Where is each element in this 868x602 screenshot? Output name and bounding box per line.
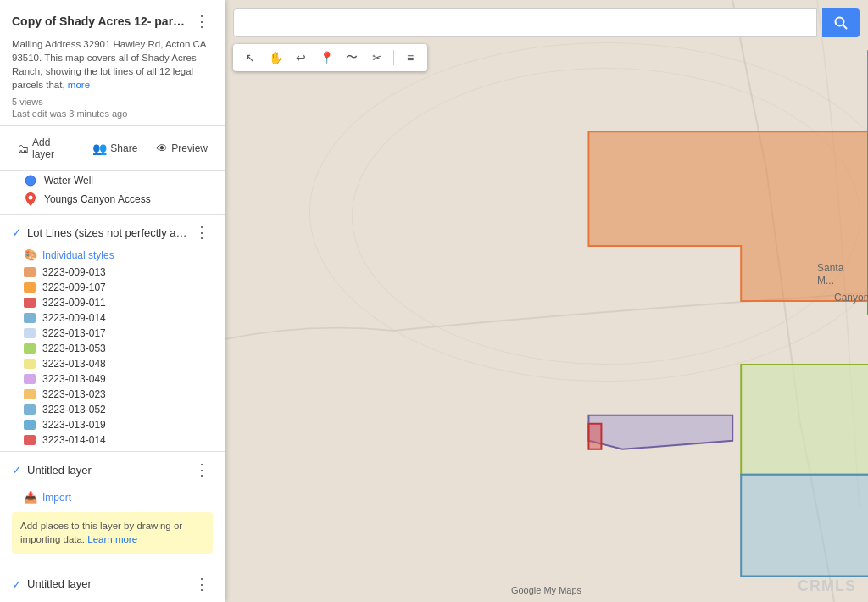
untitled-layer-2-section: ✓ Untitled layer ⋮: [0, 566, 225, 602]
untitled-layer-2-more-button[interactable]: ⋮: [191, 573, 213, 595]
water-well-icon: [24, 174, 37, 187]
cursor-tool-button[interactable]: ↖: [238, 47, 262, 69]
svg-text:Canyon: Canyon: [834, 292, 868, 304]
parcel-items: 3223-009-013 3223-009-107 3223-009-011 3…: [0, 265, 225, 451]
parcel-polygon: [741, 475, 868, 577]
water-well-label: Water Well: [44, 175, 93, 187]
line-tool-button[interactable]: 〜: [340, 47, 364, 69]
parcel-color-swatch: [24, 374, 36, 384]
map-toolbar: [233, 8, 860, 37]
list-item: 3223-009-011: [0, 295, 225, 310]
svg-text:M...: M...: [817, 275, 834, 287]
parcel-color-swatch: [24, 435, 36, 445]
parcel-color-swatch: [24, 282, 36, 293]
parcel-polygon: [588, 424, 601, 449]
map-tools-bar: ↖ ✋ ↩ 📍 〜 ✂ ≡: [233, 44, 427, 71]
points-layer-items: Water Well Youngs Canyon Access: [0, 171, 225, 214]
tool-separator: [393, 50, 394, 65]
import-icon: 📥: [24, 491, 37, 504]
parcel-color-swatch: [24, 313, 36, 323]
lot-lines-more-button[interactable]: ⋮: [191, 221, 213, 243]
parcel-color-swatch: [24, 359, 36, 369]
youngs-canyon-icon: [24, 192, 37, 206]
parcel-color-swatch: [24, 389, 36, 399]
svg-point-1: [29, 196, 33, 200]
search-button[interactable]: [822, 8, 860, 37]
points-layer-section: Water Well Youngs Canyon Access: [0, 171, 225, 215]
sidebar-toolbar: 🗂 Add layer 👥 Share 👁 Preview: [0, 126, 225, 171]
share-button[interactable]: 👥 Share: [87, 138, 142, 159]
svg-point-0: [25, 176, 36, 186]
svg-text:Santa: Santa: [817, 262, 844, 274]
list-item: 3223-009-013: [0, 265, 225, 280]
untitled-layer-1-check: ✓: [12, 463, 22, 477]
svg-point-2: [836, 18, 844, 26]
svg-line-3: [843, 25, 848, 30]
untitled-layer-2-header[interactable]: ✓ Untitled layer ⋮: [0, 566, 225, 602]
map-area[interactable]: ↖ ✋ ↩ 📍 〜 ✂ ≡ Santa M...: [225, 0, 868, 602]
learn-more-link[interactable]: Learn more: [87, 534, 137, 544]
map-meta: 5 views Last edit was 3 minutes ago: [12, 97, 213, 119]
untitled-layer-2-name: Untitled layer: [27, 577, 191, 590]
map-description: Mailing Address 32901 Hawley Rd, Acton C…: [12, 37, 213, 92]
add-layer-button[interactable]: 🗂 Add layer: [12, 133, 79, 164]
style-icon: 🎨: [24, 248, 37, 261]
last-edit: Last edit was 3 minutes ago: [12, 109, 213, 119]
list-item: 3223-013-019: [0, 417, 225, 432]
untitled-layer-2-check: ✓: [12, 577, 22, 591]
untitled-layer-1-section: ✓ Untitled layer ⋮ 📥 Import Add places t…: [0, 452, 225, 566]
info-box: Add places to this layer by drawing or i…: [12, 512, 213, 553]
marker-tool-button[interactable]: 📍: [314, 47, 338, 69]
crmls-watermark: CRMLS: [798, 577, 856, 595]
preview-button[interactable]: 👁 Preview: [151, 138, 213, 159]
pan-tool-button[interactable]: ✋: [264, 47, 287, 69]
list-item: Youngs Canyon Access: [0, 190, 225, 209]
description-more-link[interactable]: more: [68, 80, 90, 90]
untitled-layer-1-name: Untitled layer: [27, 464, 191, 477]
parcel-color-swatch: [24, 328, 36, 338]
measure-tool-button[interactable]: ✂: [365, 47, 389, 69]
google-my-maps-branding: Google My Maps: [511, 585, 581, 595]
parcel-color-swatch: [24, 267, 36, 277]
lot-lines-header: ✓ Lot Lines (sizes not perfectly acc... …: [0, 215, 225, 247]
untitled-layer-1-more-button[interactable]: ⋮: [191, 459, 213, 481]
map-title: Copy of Shady Acres 12- parcels ...: [12, 14, 191, 28]
list-item: 3223-013-023: [0, 387, 225, 402]
lot-lines-check: ✓: [12, 226, 22, 239]
import-link[interactable]: 📥 Import: [0, 488, 225, 507]
map-more-button[interactable]: ⋮: [191, 10, 213, 32]
list-item: 3223-014-014: [0, 432, 225, 448]
parcel-color-swatch: [24, 298, 36, 308]
list-item: 3223-013-048: [0, 356, 225, 371]
parcel-polygon: [741, 365, 868, 475]
list-item: 3223-009-014: [0, 310, 225, 326]
list-item: 3223-013-052: [0, 402, 225, 417]
sidebar: Copy of Shady Acres 12- parcels ... ⋮ Ma…: [0, 0, 225, 602]
list-item: 3223-013-017: [0, 326, 225, 341]
list-item: 3223-009-107: [0, 280, 225, 295]
list-item: Water Well: [0, 171, 225, 190]
untitled-layer-1-header[interactable]: ✓ Untitled layer ⋮: [0, 452, 225, 488]
sidebar-header: Copy of Shady Acres 12- parcels ... ⋮ Ma…: [0, 0, 225, 126]
parcel-polygon: [588, 415, 732, 449]
lot-lines-layer-section: ✓ Lot Lines (sizes not perfectly acc... …: [0, 215, 225, 452]
parcel-color-swatch: [24, 420, 36, 430]
list-item: 3223-013-053: [0, 341, 225, 356]
search-input[interactable]: [233, 8, 817, 37]
add-layer-icon: 🗂: [17, 142, 29, 155]
individual-styles-link[interactable]: 🎨 Individual styles: [0, 247, 225, 265]
undo-button[interactable]: ↩: [289, 47, 313, 69]
parcel-color-swatch: [24, 343, 36, 354]
list-item: 3223-013-049: [0, 371, 225, 387]
more-tools-button[interactable]: ≡: [398, 47, 422, 69]
map-polygons-svg: Santa M... Canyon ⊕ ⌂ ⌂ ✈ ★ ⊕ ★ ⊕: [225, 0, 868, 602]
share-icon: 👥: [92, 142, 107, 155]
view-count: 5 views: [12, 97, 213, 107]
youngs-canyon-label: Youngs Canyon Access: [44, 193, 151, 205]
parcel-color-swatch: [24, 404, 36, 415]
preview-icon: 👁: [156, 142, 168, 155]
lot-lines-name: Lot Lines (sizes not perfectly acc...: [27, 226, 191, 239]
